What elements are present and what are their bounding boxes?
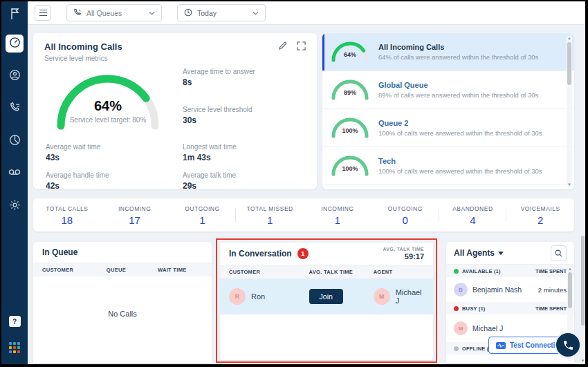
queue-gauge: 64% <box>330 39 370 65</box>
agents-icon <box>9 69 21 84</box>
avg-talk-time-label: AVG. TALK TIME <box>383 247 424 252</box>
agent-name: Michael J <box>396 288 424 305</box>
in-queue-column-headers: CUSTOMER QUEUE WAIT TIME <box>33 263 212 276</box>
metric-avg-talk-time: Average talk time 29s <box>183 171 306 191</box>
app: ? All Queues <box>1 1 585 364</box>
phone-icon <box>562 339 574 351</box>
in-conversation-column-headers: CUSTOMER AVG. TALK TIME AGENT <box>220 265 433 279</box>
stat-missed-outgoing: OUTGOING0 <box>371 204 439 226</box>
all-agents-dropdown[interactable]: All Agents <box>454 248 504 258</box>
topbar: All Queues Today <box>28 1 585 25</box>
stat-missed-incoming: INCOMING1 <box>304 204 371 226</box>
sidebar-bottom: ? <box>9 316 21 364</box>
avg-talk-time-value: 59:17 <box>383 252 424 261</box>
sidebar-item-agents[interactable] <box>6 67 24 85</box>
date-filter-value: Today <box>197 9 248 17</box>
busy-section-header: BUSY (1) TIME SPENT <box>446 302 574 314</box>
metric-service-level-threshold: Service level threshold 30s <box>183 106 306 135</box>
dialer-fab-button[interactable] <box>555 332 581 358</box>
agent-name: Michael J <box>472 324 567 332</box>
queue-list-item[interactable]: 64% All Incoming Calls 64% of calls were… <box>322 33 574 71</box>
offline-status-dot <box>454 346 459 351</box>
in-queue-panel: In Queue CUSTOMER QUEUE WAIT TIME No Cal… <box>33 242 212 363</box>
queue-name: Global Queue <box>378 81 538 89</box>
apps-grid-icon[interactable] <box>9 342 20 353</box>
chevron-down-icon <box>252 11 259 15</box>
flag-logo-icon <box>1 1 28 26</box>
main-column: All Queues Today <box>28 1 585 364</box>
help-icon[interactable]: ? <box>9 316 21 327</box>
metric-avg-time-to-answer: Average time to answer 8s <box>183 68 306 97</box>
agent-name: Benjamin Nash <box>472 285 538 294</box>
scrollbar-thumb[interactable] <box>568 272 572 308</box>
sidebar-item-dashboard[interactable] <box>6 35 24 53</box>
stat-incoming: INCOMING17 <box>101 204 169 226</box>
scrollbar-thumb[interactable] <box>581 236 585 326</box>
service-level-gauge: 64% Service level target: 80% <box>53 68 163 134</box>
metric-avg-handle-time: Average handle time 42s <box>46 171 183 191</box>
settings-gear-icon <box>9 199 21 214</box>
reports-pie-icon <box>9 134 21 149</box>
sidebar: ? <box>1 1 28 364</box>
agent-time-spent: 2 minutes <box>538 286 567 294</box>
edit-pencil-icon[interactable] <box>278 41 287 50</box>
sidebar-item-calls[interactable] <box>6 100 24 117</box>
voicemail-icon <box>8 167 21 180</box>
metric-longest-wait-time: Longest wait time 1m 43s <box>183 143 306 162</box>
agent-row-benjamin[interactable]: B Benjamin Nash 2 minutes <box>446 277 574 302</box>
agent-avatar: M <box>374 288 390 305</box>
agent-avatar: B <box>454 283 468 297</box>
in-conversation-panel: In Conversation 1 AVG. TALK TIME 59:17 C… <box>220 243 433 360</box>
join-button[interactable]: Join <box>309 289 343 304</box>
clock-icon <box>184 8 192 18</box>
queue-list-item[interactable]: 100% Queue 2 100% of calls were answered… <box>322 109 574 147</box>
sidebar-nav <box>6 35 24 316</box>
queue-name: Queue 2 <box>378 119 542 127</box>
no-calls-message: No Calls <box>33 310 212 318</box>
scrollbar-thumb[interactable] <box>567 42 571 85</box>
stat-abandoned: ABANDONED4 <box>439 204 507 226</box>
hamburger-menu-button[interactable] <box>35 5 51 21</box>
sidebar-item-settings[interactable] <box>6 197 24 215</box>
card-subtitle: Service level metrics <box>44 55 122 62</box>
page-scrollbar[interactable]: ▼ <box>580 25 585 364</box>
date-filter-select[interactable]: Today <box>177 4 266 21</box>
customer-name: Ron <box>251 292 265 301</box>
stat-total-calls: TOTAL CALLS18 <box>33 204 101 226</box>
queue-name: Tech <box>378 157 542 165</box>
dashboard-gauge-icon <box>9 37 21 51</box>
gauge-value: 64% <box>53 98 163 114</box>
available-section-header: AVAILABLE (1) TIME SPENT <box>446 265 574 277</box>
queue-filter-select[interactable]: All Queues <box>66 4 162 21</box>
queue-list-card: 64% All Incoming Calls 64% of calls were… <box>322 33 574 189</box>
connection-test-icon <box>496 342 506 349</box>
service-level-card: All Incoming Calls Service level metrics <box>33 33 317 189</box>
gauge-target-label: Service level target: 80% <box>53 116 163 124</box>
customer-avatar: R <box>229 288 246 305</box>
stats-strip: TOTAL CALLS18 INCOMING17 OUTGOING1 TOTAL… <box>33 198 574 232</box>
in-conversation-title: In Conversation <box>229 249 292 258</box>
content: All Incoming Calls Service level metrics <box>28 25 585 364</box>
queue-desc: 100% of calls were answered within the t… <box>378 167 542 175</box>
search-icon <box>555 250 562 257</box>
expand-icon[interactable] <box>297 41 306 50</box>
metric-avg-wait-time: Average wait time 43s <box>46 143 183 162</box>
conversation-count-badge: 1 <box>297 248 309 259</box>
sidebar-item-reports[interactable] <box>6 132 24 150</box>
agent-avatar: M <box>454 321 468 335</box>
queue-desc: 100% of calls were answered within the t… <box>378 129 542 137</box>
sidebar-item-voicemail[interactable] <box>6 164 24 182</box>
queue-gauge: 89% <box>330 77 370 103</box>
queue-phone-icon <box>73 8 82 18</box>
queue-list-scrollbar[interactable]: ▲ ▼ <box>567 36 572 187</box>
queue-list-item[interactable]: 100% Tech 100% of calls were answered wi… <box>322 147 574 185</box>
queue-list-item[interactable]: 89% Global Queue 89% of calls were answe… <box>322 71 574 109</box>
agent-search-button[interactable] <box>551 245 567 261</box>
in-queue-title: In Queue <box>42 247 77 257</box>
stat-outgoing: OUTGOING1 <box>169 204 237 226</box>
stat-voicemails: VOICEMAILS2 <box>506 204 574 226</box>
queue-desc: 89% of calls were answered within the th… <box>378 91 538 99</box>
busy-status-dot <box>454 306 459 311</box>
card-title: All Incoming Calls <box>44 41 122 52</box>
queue-desc: 64% of calls were answered within the th… <box>378 53 538 61</box>
